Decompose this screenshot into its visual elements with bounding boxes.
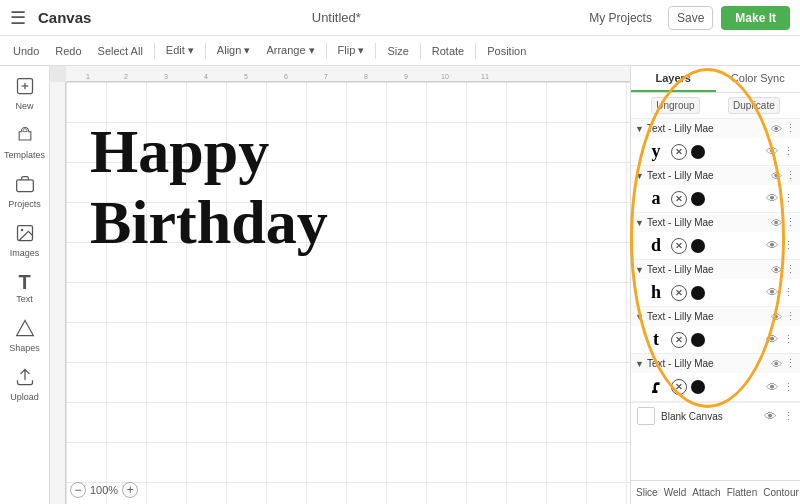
toolbar-sep-2: [205, 43, 206, 59]
sidebar-item-upload[interactable]: Upload: [0, 361, 49, 408]
flatten-button[interactable]: Flatten: [724, 485, 761, 500]
svg-point-5: [20, 229, 22, 232]
sidebar-label-templates: Templates: [4, 150, 45, 160]
align-menu[interactable]: Align ▾: [212, 42, 256, 59]
layer-color-dot-4[interactable]: [691, 333, 705, 347]
sidebar-item-text[interactable]: T Text: [0, 266, 49, 310]
layer-group-3: ▼ Text - Lilly Mae 👁 ⋮ h ✕ 👁 ⋮: [631, 260, 800, 307]
layer-row-1: a ✕ 👁 ⋮: [631, 185, 800, 212]
contour-button[interactable]: Contour: [760, 485, 800, 500]
layer-char-3: h: [645, 282, 667, 303]
zoom-in-button[interactable]: +: [122, 482, 138, 498]
layer-eye-5[interactable]: 👁: [771, 358, 782, 370]
make-it-button[interactable]: Make It: [721, 6, 790, 30]
layer-header-4[interactable]: ▼ Text - Lilly Mae 👁 ⋮: [631, 307, 800, 326]
layer-x-btn-3[interactable]: ✕: [671, 285, 687, 301]
layer-row-eye-0[interactable]: 👁: [766, 144, 779, 159]
layer-menu-0[interactable]: ⋮: [785, 122, 796, 135]
layer-color-dot-3[interactable]: [691, 286, 705, 300]
layer-x-btn-4[interactable]: ✕: [671, 332, 687, 348]
layer-row-menu-2[interactable]: ⋮: [783, 239, 794, 252]
tab-layers[interactable]: Layers: [631, 66, 716, 92]
layer-row-menu-3[interactable]: ⋮: [783, 286, 794, 299]
layer-row-menu-1[interactable]: ⋮: [783, 192, 794, 205]
size-label: Size: [382, 43, 413, 59]
layer-char-5: ɾ: [645, 376, 667, 398]
panel-tabs: Layers Color Sync: [631, 66, 800, 93]
layer-group-1: ▼ Text - Lilly Mae 👁 ⋮ a ✕ 👁 ⋮: [631, 166, 800, 213]
layer-header-text-3: Text - Lilly Mae: [647, 264, 768, 275]
redo-button[interactable]: Redo: [50, 43, 86, 59]
layer-x-btn-5[interactable]: ✕: [671, 379, 687, 395]
templates-icon: [15, 125, 35, 148]
layer-row-eye-1[interactable]: 👁: [766, 191, 779, 206]
layer-color-dot-5[interactable]: [691, 380, 705, 394]
sidebar-label-shapes: Shapes: [9, 343, 40, 353]
panel-toolbar: Ungroup Duplicate: [631, 93, 800, 119]
sidebar-label-images: Images: [10, 248, 40, 258]
tab-color-sync[interactable]: Color Sync: [716, 66, 801, 92]
layer-header-3[interactable]: ▼ Text - Lilly Mae 👁 ⋮: [631, 260, 800, 279]
layer-x-btn-2[interactable]: ✕: [671, 238, 687, 254]
layer-header-5[interactable]: ▼ Text - Lilly Mae 👁 ⋮: [631, 354, 800, 373]
layer-eye-4[interactable]: 👁: [771, 311, 782, 323]
layer-eye-3[interactable]: 👁: [771, 264, 782, 276]
sidebar-item-templates[interactable]: Templates: [0, 119, 49, 166]
sidebar-item-shapes[interactable]: Shapes: [0, 312, 49, 359]
projects-icon: [15, 174, 35, 197]
layer-row-menu-4[interactable]: ⋮: [783, 333, 794, 346]
layer-row-menu-5[interactable]: ⋮: [783, 381, 794, 394]
layer-eye-1[interactable]: 👁: [771, 170, 782, 182]
save-button[interactable]: Save: [668, 6, 713, 30]
layer-x-btn-0[interactable]: ✕: [671, 144, 687, 160]
attach-button[interactable]: Attach: [689, 485, 723, 500]
layer-x-btn-1[interactable]: ✕: [671, 191, 687, 207]
canvas-area[interactable]: 1 2 3 4 5 6 7 8 9 10 11 Happy Birthday −…: [50, 66, 630, 504]
my-projects-button[interactable]: My Projects: [581, 7, 660, 29]
blank-canvas-eye[interactable]: 👁: [764, 409, 777, 424]
toolbar-sep-3: [326, 43, 327, 59]
layer-header-2[interactable]: ▼ Text - Lilly Mae 👁 ⋮: [631, 213, 800, 232]
zoom-out-button[interactable]: −: [70, 482, 86, 498]
canvas-grid: [66, 82, 630, 504]
layer-arrow-5: ▼: [635, 359, 644, 369]
flip-menu[interactable]: Flip ▾: [333, 42, 370, 59]
sidebar-item-images[interactable]: Images: [0, 217, 49, 264]
edit-menu[interactable]: Edit ▾: [161, 42, 199, 59]
arrange-menu[interactable]: Arrange ▾: [261, 42, 319, 59]
sidebar-item-new[interactable]: New: [0, 70, 49, 117]
layer-row-eye-2[interactable]: 👁: [766, 238, 779, 253]
select-all-button[interactable]: Select All: [93, 43, 148, 59]
layer-header-text-2: Text - Lilly Mae: [647, 217, 768, 228]
layer-menu-3[interactable]: ⋮: [785, 263, 796, 276]
images-icon: [15, 223, 35, 246]
weld-button[interactable]: Weld: [661, 485, 690, 500]
layer-eye-0[interactable]: 👁: [771, 123, 782, 135]
hamburger-menu[interactable]: ☰: [10, 7, 26, 29]
layer-row-eye-5[interactable]: 👁: [766, 380, 779, 395]
layer-header-1[interactable]: ▼ Text - Lilly Mae 👁 ⋮: [631, 166, 800, 185]
layer-menu-4[interactable]: ⋮: [785, 310, 796, 323]
layer-color-dot-2[interactable]: [691, 239, 705, 253]
layer-menu-1[interactable]: ⋮: [785, 169, 796, 182]
sidebar-item-projects[interactable]: Projects: [0, 168, 49, 215]
layer-color-dot-1[interactable]: [691, 192, 705, 206]
layer-menu-2[interactable]: ⋮: [785, 216, 796, 229]
ungroup-button[interactable]: Ungroup: [651, 97, 699, 114]
undo-button[interactable]: Undo: [8, 43, 44, 59]
layer-menu-5[interactable]: ⋮: [785, 357, 796, 370]
blank-canvas-swatch[interactable]: [637, 407, 655, 425]
layer-row-menu-0[interactable]: ⋮: [783, 145, 794, 158]
layer-row-eye-4[interactable]: 👁: [766, 332, 779, 347]
layer-header-0[interactable]: ▼ Text - Lilly Mae 👁 ⋮: [631, 119, 800, 138]
layer-row-eye-3[interactable]: 👁: [766, 285, 779, 300]
sidebar-label-projects: Projects: [8, 199, 41, 209]
slice-button[interactable]: Slice: [633, 485, 661, 500]
duplicate-button[interactable]: Duplicate: [728, 97, 780, 114]
layer-eye-2[interactable]: 👁: [771, 217, 782, 229]
layer-color-dot-0[interactable]: [691, 145, 705, 159]
sidebar-label-text: Text: [16, 294, 33, 304]
blank-canvas-menu[interactable]: ⋮: [783, 410, 794, 423]
layer-row-5: ɾ ✕ 👁 ⋮: [631, 373, 800, 401]
layer-header-text-4: Text - Lilly Mae: [647, 311, 768, 322]
